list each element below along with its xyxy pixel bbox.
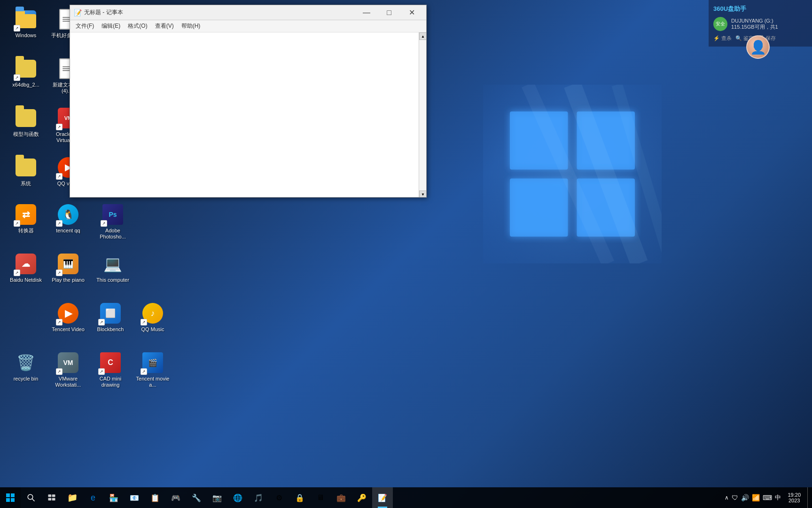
taskbar: 📁 e 🏪 📧 📋 🎮 🔧 📷 🌐 🎵 ⚙ 🔒 🖥 💼 🔑 <box>0 487 812 508</box>
task-view-button[interactable] <box>41 487 62 508</box>
model-icon <box>15 107 37 129</box>
taskbar-app-10[interactable]: 🔒 <box>289 487 310 508</box>
close-button[interactable]: ✕ <box>401 6 422 20</box>
clock-date: 2023 <box>788 498 801 503</box>
shortcut-badge-bb: ↗ <box>98 319 105 325</box>
menu-edit[interactable]: 编辑(E) <box>98 21 124 31</box>
taskbar-app-8[interactable]: 🎵 <box>248 487 269 508</box>
desktop-icon-system[interactable]: 系统 <box>5 154 47 189</box>
svg-rect-3 <box>510 179 568 237</box>
menu-view[interactable]: 查看(V) <box>151 21 178 31</box>
qq-music-icon: ♪ ↗ <box>141 302 164 325</box>
shortcut-badge-piano: ↗ <box>56 270 62 276</box>
shortcut-badge-tv: ↗ <box>56 319 62 325</box>
shortcut-badge-baidu: ↗ <box>14 270 20 276</box>
tencent-movie-icon: 🎬 ↗ <box>141 351 164 374</box>
edge-browser-button[interactable]: e <box>83 487 103 508</box>
recycle-bin-label: recycle bin <box>14 376 39 382</box>
desktop-icon-this-computer[interactable]: 💻 This computer <box>92 251 134 285</box>
taskbar-app-3[interactable]: 📋 <box>145 487 165 508</box>
notepad-titlebar[interactable]: 📝 无标题 - 记事本 — □ ✕ <box>70 5 426 20</box>
desktop-icon-windows[interactable]: ⊞ ↗ Windows <box>5 6 47 40</box>
action-scan[interactable]: ⚡ 查杀 <box>713 35 732 42</box>
taskbar-app-4[interactable]: 🎮 <box>165 487 186 508</box>
scroll-down-arrow[interactable]: ▼ <box>419 190 426 197</box>
user-avatar: 👤 <box>746 35 770 59</box>
desktop-icon-baidu[interactable]: ☁ ↗ Baidu Netdisk <box>5 251 47 285</box>
menu-file[interactable]: 文件(F) <box>72 21 98 31</box>
svg-rect-14 <box>48 494 52 497</box>
desktop-icon-recycle[interactable]: 🗑️ recycle bin <box>5 349 47 384</box>
taskbar-app-12[interactable]: 💼 <box>331 487 351 508</box>
blockbench-icon: ⬜ ↗ <box>99 302 122 325</box>
desktop-icon-blockbench[interactable]: ⬜ ↗ Blockbench <box>89 300 132 334</box>
scroll-up-arrow[interactable]: ▲ <box>419 32 426 40</box>
desktop-icon-tencent-movie[interactable]: 🎬 ↗ Tencent movie a... <box>132 349 174 390</box>
tray-icon-1[interactable]: 🛡 <box>732 494 738 501</box>
drive-space: 115.15GB可用，共1 <box>731 24 778 31</box>
qq-music-label: QQ Music <box>141 326 164 333</box>
tray-lang[interactable]: 中 <box>775 493 781 502</box>
recycle-bin-icon: 🗑️ <box>15 351 37 374</box>
drive-shield-icon: 安全 <box>713 17 727 31</box>
tray-icon-2[interactable]: 🔊 <box>741 494 749 501</box>
tencent-qq-icon: 🐧 ↗ <box>57 203 79 226</box>
taskbar-app-2[interactable]: 📧 <box>124 487 145 508</box>
taskbar-app-1[interactable]: 🏪 <box>103 487 124 508</box>
tencent-video-icon: ▶ ↗ <box>57 302 79 325</box>
tray-icon-3[interactable]: 📶 <box>752 494 760 501</box>
desktop-icon-tencent-qq[interactable]: 🐧 ↗ tencent qq <box>47 201 89 236</box>
shortcut-badge-qqmusic: ↗ <box>141 319 147 325</box>
tray-up-arrow[interactable]: ∧ <box>725 494 729 501</box>
taskbar-app-5[interactable]: 🔧 <box>186 487 207 508</box>
shortcut-badge-qq: ↗ <box>56 220 62 227</box>
svg-rect-8 <box>6 493 10 497</box>
desktop-icon-x64dbg[interactable]: ↗ x64dbg_2... <box>5 56 47 90</box>
file-explorer-button[interactable]: 📁 <box>62 487 83 508</box>
menu-format[interactable]: 格式(O) <box>124 21 151 31</box>
notepad-menubar: 文件(F) 编辑(E) 格式(O) 查看(V) 帮助(H) <box>70 20 426 32</box>
svg-line-13 <box>32 499 34 501</box>
menu-help[interactable]: 帮助(H) <box>178 21 204 31</box>
desktop-icon-photoshop[interactable]: Ps ↗ Adobe Photosho... <box>92 201 134 242</box>
minimize-button[interactable]: — <box>356 6 377 20</box>
taskbar-app-9[interactable]: ⚙ <box>269 487 289 508</box>
svg-rect-9 <box>11 493 15 497</box>
notepad-window[interactable]: 📝 无标题 - 记事本 — □ ✕ 文件(F) 编辑(E) 格式(O) 查看(V… <box>70 5 427 198</box>
svg-rect-16 <box>48 498 52 500</box>
panel-360-title: 360U盘助手 <box>713 5 807 13</box>
notepad-text-area[interactable] <box>70 32 426 197</box>
taskbar-notepad-active[interactable]: 📝 <box>372 487 393 508</box>
this-computer-label: This computer <box>96 277 129 283</box>
search-button[interactable] <box>21 487 41 508</box>
taskbar-app-11[interactable]: 🖥 <box>310 487 331 508</box>
start-button[interactable] <box>0 487 21 508</box>
maximize-button[interactable]: □ <box>378 6 400 20</box>
shortcut-badge-ps: ↗ <box>101 220 107 227</box>
cad-icon: C ↗ <box>99 351 122 374</box>
desktop-icon-qq-music[interactable]: ♪ ↗ QQ Music <box>132 300 174 334</box>
shortcut-badge-vmware: ↗ <box>56 368 62 375</box>
vmware-label: VMware Workstati... <box>49 376 87 388</box>
notepad-scrollbar-vertical[interactable]: ▲ ▼ <box>419 32 426 197</box>
desktop-icon-cad[interactable]: C ↗ CAD mini drawing <box>89 349 132 390</box>
piano-icon: 🎹 ↗ <box>57 253 79 275</box>
taskbar-app-6[interactable]: 📷 <box>207 487 227 508</box>
shortcut-badge-oracle: ↗ <box>56 124 62 130</box>
svg-rect-17 <box>52 498 55 500</box>
tray-icon-4[interactable]: ⌨ <box>763 494 772 501</box>
shield-label: 安全 <box>716 21 725 27</box>
x64dbg-icon: ↗ <box>15 57 37 80</box>
desktop-icon-vmware[interactable]: VM ↗ VMware Workstati... <box>47 349 89 390</box>
taskbar-app-7[interactable]: 🌐 <box>227 487 248 508</box>
svg-rect-11 <box>11 498 15 502</box>
desktop-icon-model[interactable]: 模型与函数 <box>5 105 47 139</box>
taskbar-app-13[interactable]: 🔑 <box>351 487 372 508</box>
system-clock[interactable]: 19:20 2023 <box>784 492 804 503</box>
show-desktop-button[interactable] <box>807 487 810 508</box>
window-controls[interactable]: — □ ✕ <box>356 6 422 20</box>
desktop-icon-converter[interactable]: ⇄ ↗ 转换器 <box>5 201 47 236</box>
photoshop-label: Adobe Photosho... <box>94 228 132 240</box>
desktop-icon-tencent-video[interactable]: ▶ ↗ Tencent Video <box>47 300 89 334</box>
desktop-icon-piano[interactable]: 🎹 ↗ Play the piano <box>47 251 89 285</box>
